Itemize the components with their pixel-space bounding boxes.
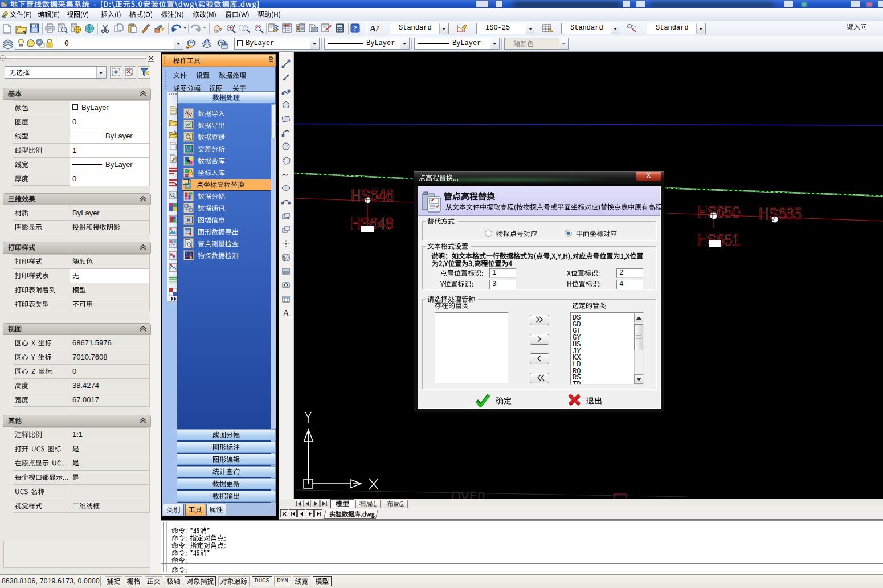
svg-text:A: A [283, 308, 289, 317]
svg-text:A: A [370, 24, 376, 33]
svg-text:?: ? [353, 24, 357, 32]
